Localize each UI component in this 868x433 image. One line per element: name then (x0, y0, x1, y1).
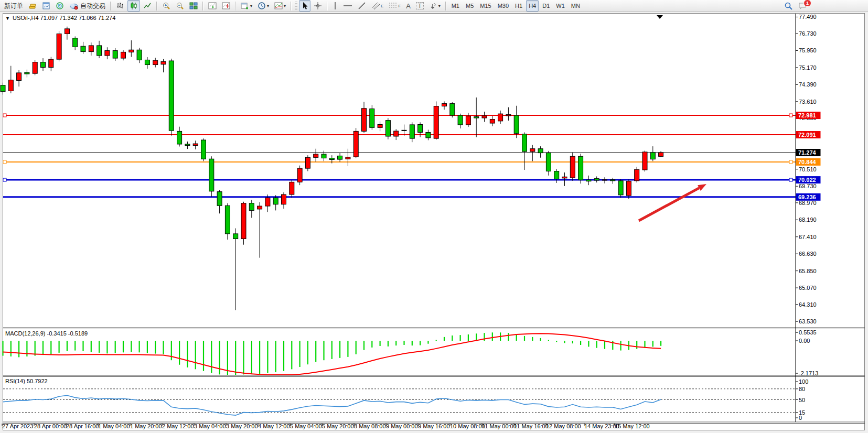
candle-body (65, 29, 69, 34)
line-handle[interactable] (3, 160, 6, 164)
price-tag-label: 70.844 (798, 159, 817, 165)
candle-body (201, 140, 206, 159)
candle-body (153, 60, 158, 64)
cursor-icon (301, 2, 308, 10)
timeframe-button-h4[interactable]: H4 (526, 0, 539, 12)
toolbar-grip[interactable] (295, 2, 297, 10)
chart-canvas[interactable]: 77.49076.73075.95075.17074.39073.61072.8… (0, 12, 868, 433)
vertical-line-icon (333, 2, 338, 10)
timeframe-button-w1[interactable]: W1 (553, 0, 567, 12)
text-label-tool-button[interactable]: T (414, 0, 426, 12)
candlestick-mode-button[interactable] (127, 0, 140, 12)
period-button[interactable]: ▾ (255, 0, 271, 12)
vertical-line-tool-button[interactable] (330, 0, 340, 12)
zoom-out-button[interactable] (174, 0, 186, 12)
candle-body (650, 153, 655, 159)
bar-chart-mode-button[interactable] (114, 0, 126, 12)
gold-bars-icon (28, 2, 37, 10)
line-handle[interactable] (3, 114, 6, 117)
candle-body (57, 34, 61, 59)
timeframe-button-m15[interactable]: M15 (477, 0, 494, 12)
auto-scroll-icon (208, 2, 217, 10)
price-tick-label: 69.730 (799, 183, 817, 189)
candle-body (129, 50, 134, 52)
price-tick-label: 64.310 (799, 301, 817, 308)
zoom-out-icon (176, 2, 184, 10)
candle-body (297, 168, 302, 182)
candle-body (273, 198, 278, 204)
crosshair-tool-button[interactable] (312, 0, 324, 12)
arrows-tool-button[interactable]: ▾ (427, 0, 443, 12)
candle-body (25, 72, 29, 74)
time-tick-label: 2 May 12:00 (162, 423, 194, 429)
text-tool-button[interactable]: A (404, 0, 413, 12)
candle-body (466, 116, 470, 125)
candle-body (418, 125, 423, 133)
rsi-axis-label: 0 (799, 415, 802, 421)
bar-chart-icon (116, 2, 124, 10)
trendline-tool-button[interactable] (356, 0, 368, 12)
auto-scroll-button[interactable] (206, 0, 219, 12)
timeframe-button-h1[interactable]: H1 (512, 0, 525, 12)
search-button[interactable] (782, 0, 795, 12)
timeframe-button-m1[interactable]: M1 (449, 0, 462, 12)
candle-body (1, 85, 5, 92)
timeframe-button-mn[interactable]: MN (569, 0, 583, 12)
horizontal-line-icon (343, 2, 352, 10)
navigator-button[interactable] (53, 0, 66, 12)
candle-body (290, 182, 294, 194)
timeframe-button-m5[interactable]: M5 (463, 0, 476, 12)
chevron-down-icon: ▾ (438, 4, 441, 8)
candle-body (490, 120, 495, 123)
data-window-button[interactable] (40, 0, 52, 12)
candle-body (594, 179, 599, 180)
channel-tool-button[interactable]: E (369, 0, 385, 12)
notifications-button[interactable]: 1 (796, 0, 817, 12)
line-handle[interactable] (789, 114, 792, 117)
line-handle[interactable] (789, 160, 792, 164)
rsi-axis-label: 100 (799, 378, 808, 385)
candle-body (618, 181, 623, 195)
candle-body (33, 62, 37, 74)
candle-body (450, 104, 455, 115)
templates-button[interactable]: ▾ (272, 0, 288, 12)
line-handle[interactable] (789, 178, 792, 181)
main-toolbar: 新订单 自动交易 (0, 0, 868, 12)
cursor-tool-button[interactable] (299, 0, 310, 12)
candle-body (362, 109, 367, 132)
candle-body (394, 131, 399, 136)
horizontal-line-tool-button[interactable] (341, 0, 355, 12)
candle-body (530, 149, 535, 151)
chart-window[interactable]: 77.49076.73075.95075.17074.39073.61072.8… (0, 12, 868, 433)
fibo-f-badge: F (398, 4, 401, 8)
price-tag-label: 72.091 (798, 132, 816, 138)
rsi-axis-label: 50 (799, 397, 805, 403)
zoom-in-button[interactable] (160, 0, 173, 12)
candle-body (353, 131, 358, 157)
toolbar-separator (202, 2, 203, 10)
new-chart-button[interactable]: ▾ (239, 0, 254, 12)
time-tick-label: 5 May 04:00 (290, 423, 322, 429)
channel-icon (371, 2, 381, 10)
market-watch-button[interactable] (26, 0, 39, 12)
autotrading-button[interactable]: 自动交易 (67, 0, 108, 12)
candle-body (305, 157, 310, 168)
fibonacci-tool-button[interactable]: F (387, 0, 403, 12)
candle-body (89, 46, 93, 52)
candle-body (642, 152, 647, 170)
timeframe-button-m30[interactable]: M30 (495, 0, 511, 12)
price-tick-label: 70.510 (799, 166, 817, 172)
chart-shift-button[interactable] (220, 0, 232, 12)
new-order-button[interactable]: 新订单 (2, 0, 25, 12)
line-handle[interactable] (3, 178, 6, 181)
time-tick-label: 11 May 00:00 (482, 423, 517, 429)
time-tick-label: 9 May 00:00 (386, 423, 418, 429)
clock-icon (258, 2, 266, 10)
candle-body (282, 194, 286, 204)
candle-body (249, 203, 254, 211)
tile-windows-button[interactable] (187, 0, 200, 12)
timeframe-button-d1[interactable]: D1 (540, 0, 552, 12)
line-chart-mode-button[interactable] (141, 0, 154, 12)
candle-body (73, 38, 78, 47)
candle-body (209, 159, 214, 191)
